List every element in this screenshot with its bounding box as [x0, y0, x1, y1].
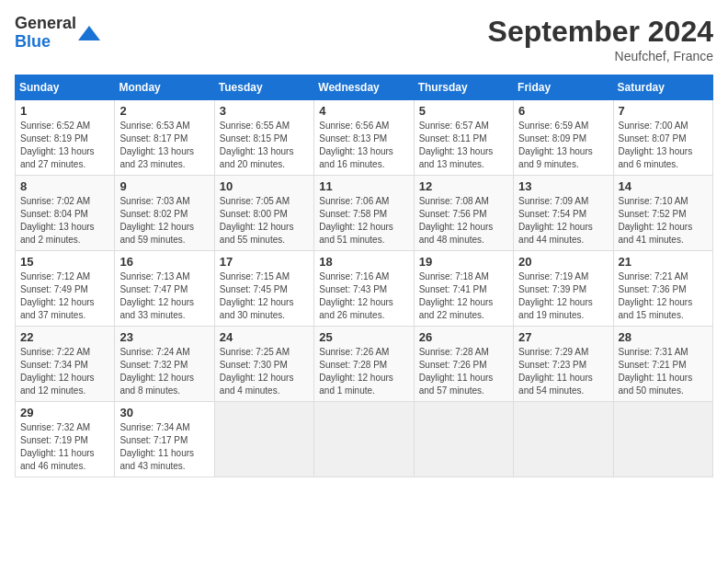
day-number: 20	[518, 255, 608, 269]
day-info: Sunrise: 7:09 AMSunset: 7:54 PMDaylight:…	[518, 195, 608, 247]
calendar-cell	[613, 402, 712, 477]
calendar-cell	[314, 402, 414, 477]
calendar-cell: 13Sunrise: 7:09 AMSunset: 7:54 PMDayligh…	[514, 176, 613, 251]
title-block: September 2024 Neufchef, France	[488, 15, 713, 63]
location: Neufchef, France	[488, 49, 713, 63]
logo-icon	[78, 22, 100, 44]
day-info: Sunrise: 6:52 AMSunset: 8:19 PMDaylight:…	[20, 120, 109, 171]
day-number: 11	[319, 179, 408, 193]
day-info: Sunrise: 7:19 AMSunset: 7:39 PMDaylight:…	[518, 270, 608, 322]
week-row-4: 22Sunrise: 7:22 AMSunset: 7:34 PMDayligh…	[16, 327, 713, 402]
day-info: Sunrise: 7:25 AMSunset: 7:30 PMDaylight:…	[220, 346, 309, 397]
calendar-cell: 5Sunrise: 6:57 AMSunset: 8:11 PMDaylight…	[414, 100, 513, 176]
calendar-header: SundayMondayTuesdayWednesdayThursdayFrid…	[16, 75, 713, 100]
day-number: 27	[518, 330, 608, 344]
day-info: Sunrise: 7:13 AMSunset: 7:47 PMDaylight:…	[119, 270, 209, 322]
week-row-2: 8Sunrise: 7:02 AMSunset: 8:04 PMDaylight…	[16, 176, 713, 251]
day-number: 17	[220, 255, 309, 269]
calendar-cell: 22Sunrise: 7:22 AMSunset: 7:34 PMDayligh…	[16, 327, 115, 402]
page-header: General Blue September 2024 Neufchef, Fr…	[15, 15, 713, 63]
day-number: 21	[619, 255, 708, 269]
calendar-cell: 3Sunrise: 6:55 AMSunset: 8:15 PMDaylight…	[214, 100, 313, 176]
day-info: Sunrise: 7:28 AMSunset: 7:26 PMDaylight:…	[419, 346, 508, 397]
calendar-cell: 26Sunrise: 7:28 AMSunset: 7:26 PMDayligh…	[414, 327, 513, 402]
day-number: 9	[119, 179, 209, 193]
calendar-cell: 18Sunrise: 7:16 AMSunset: 7:43 PMDayligh…	[314, 251, 414, 327]
logo-general-text: General	[15, 15, 76, 33]
calendar-cell: 11Sunrise: 7:06 AMSunset: 7:58 PMDayligh…	[314, 176, 414, 251]
day-info: Sunrise: 7:15 AMSunset: 7:45 PMDaylight:…	[220, 270, 309, 322]
day-number: 10	[220, 179, 309, 193]
day-number: 24	[220, 330, 309, 344]
day-info: Sunrise: 7:21 AMSunset: 7:36 PMDaylight:…	[619, 270, 708, 322]
header-day-monday: Monday	[115, 75, 214, 100]
calendar-cell: 28Sunrise: 7:31 AMSunset: 7:21 PMDayligh…	[613, 327, 712, 402]
calendar-body: 1Sunrise: 6:52 AMSunset: 8:19 PMDaylight…	[16, 100, 713, 477]
day-info: Sunrise: 7:29 AMSunset: 7:23 PMDaylight:…	[518, 346, 608, 397]
calendar-cell: 17Sunrise: 7:15 AMSunset: 7:45 PMDayligh…	[214, 251, 313, 327]
header-day-saturday: Saturday	[613, 75, 712, 100]
calendar-cell: 1Sunrise: 6:52 AMSunset: 8:19 PMDaylight…	[16, 100, 115, 176]
calendar-cell	[414, 402, 513, 477]
week-row-1: 1Sunrise: 6:52 AMSunset: 8:19 PMDaylight…	[16, 100, 713, 176]
header-day-thursday: Thursday	[414, 75, 513, 100]
header-day-sunday: Sunday	[16, 75, 115, 100]
day-number: 4	[319, 104, 408, 118]
day-number: 3	[220, 104, 309, 118]
day-number: 18	[319, 255, 408, 269]
calendar-cell: 10Sunrise: 7:05 AMSunset: 8:00 PMDayligh…	[214, 176, 313, 251]
day-number: 26	[419, 330, 508, 344]
svg-marker-0	[78, 26, 100, 40]
day-info: Sunrise: 7:12 AMSunset: 7:49 PMDaylight:…	[20, 270, 109, 322]
header-day-friday: Friday	[514, 75, 613, 100]
day-number: 19	[419, 255, 508, 269]
day-info: Sunrise: 7:00 AMSunset: 8:07 PMDaylight:…	[619, 120, 708, 171]
day-number: 23	[119, 330, 209, 344]
day-info: Sunrise: 7:03 AMSunset: 8:02 PMDaylight:…	[119, 195, 209, 247]
day-info: Sunrise: 6:59 AMSunset: 8:09 PMDaylight:…	[518, 120, 608, 171]
calendar-cell: 29Sunrise: 7:32 AMSunset: 7:19 PMDayligh…	[16, 402, 115, 477]
calendar-cell: 21Sunrise: 7:21 AMSunset: 7:36 PMDayligh…	[613, 251, 712, 327]
month-title: September 2024	[488, 15, 713, 49]
day-number: 15	[20, 255, 109, 269]
day-number: 22	[20, 330, 109, 344]
day-info: Sunrise: 7:08 AMSunset: 7:56 PMDaylight:…	[419, 195, 508, 247]
day-number: 6	[518, 104, 608, 118]
day-number: 2	[119, 104, 209, 118]
calendar-cell: 24Sunrise: 7:25 AMSunset: 7:30 PMDayligh…	[214, 327, 313, 402]
calendar-cell: 15Sunrise: 7:12 AMSunset: 7:49 PMDayligh…	[16, 251, 115, 327]
calendar-table: SundayMondayTuesdayWednesdayThursdayFrid…	[15, 75, 713, 477]
calendar-cell: 19Sunrise: 7:18 AMSunset: 7:41 PMDayligh…	[414, 251, 513, 327]
day-info: Sunrise: 6:56 AMSunset: 8:13 PMDaylight:…	[319, 120, 408, 171]
calendar-cell: 12Sunrise: 7:08 AMSunset: 7:56 PMDayligh…	[414, 176, 513, 251]
day-number: 1	[20, 104, 109, 118]
week-row-3: 15Sunrise: 7:12 AMSunset: 7:49 PMDayligh…	[16, 251, 713, 327]
day-info: Sunrise: 7:24 AMSunset: 7:32 PMDaylight:…	[119, 346, 209, 397]
day-info: Sunrise: 7:34 AMSunset: 7:17 PMDaylight:…	[119, 421, 209, 473]
day-info: Sunrise: 7:18 AMSunset: 7:41 PMDaylight:…	[419, 270, 508, 322]
calendar-cell: 4Sunrise: 6:56 AMSunset: 8:13 PMDaylight…	[314, 100, 414, 176]
calendar-cell	[514, 402, 613, 477]
calendar-cell: 6Sunrise: 6:59 AMSunset: 8:09 PMDaylight…	[514, 100, 613, 176]
day-info: Sunrise: 7:10 AMSunset: 7:52 PMDaylight:…	[619, 195, 708, 247]
calendar-cell: 20Sunrise: 7:19 AMSunset: 7:39 PMDayligh…	[514, 251, 613, 327]
day-info: Sunrise: 7:26 AMSunset: 7:28 PMDaylight:…	[319, 346, 408, 397]
day-info: Sunrise: 6:53 AMSunset: 8:17 PMDaylight:…	[119, 120, 209, 171]
day-number: 7	[619, 104, 708, 118]
day-number: 13	[518, 179, 608, 193]
day-number: 25	[319, 330, 408, 344]
day-info: Sunrise: 7:31 AMSunset: 7:21 PMDaylight:…	[619, 346, 708, 397]
day-number: 29	[20, 406, 109, 419]
day-info: Sunrise: 7:32 AMSunset: 7:19 PMDaylight:…	[20, 421, 109, 473]
calendar-cell: 25Sunrise: 7:26 AMSunset: 7:28 PMDayligh…	[314, 327, 414, 402]
day-number: 28	[619, 330, 708, 344]
day-number: 14	[619, 179, 708, 193]
day-number: 12	[419, 179, 508, 193]
day-info: Sunrise: 7:05 AMSunset: 8:00 PMDaylight:…	[220, 195, 309, 247]
day-number: 8	[20, 179, 109, 193]
calendar-cell: 14Sunrise: 7:10 AMSunset: 7:52 PMDayligh…	[613, 176, 712, 251]
logo-blue-text: Blue	[15, 33, 76, 52]
calendar-cell: 16Sunrise: 7:13 AMSunset: 7:47 PMDayligh…	[115, 251, 214, 327]
header-row: SundayMondayTuesdayWednesdayThursdayFrid…	[16, 75, 713, 100]
calendar-cell: 8Sunrise: 7:02 AMSunset: 8:04 PMDaylight…	[16, 176, 115, 251]
